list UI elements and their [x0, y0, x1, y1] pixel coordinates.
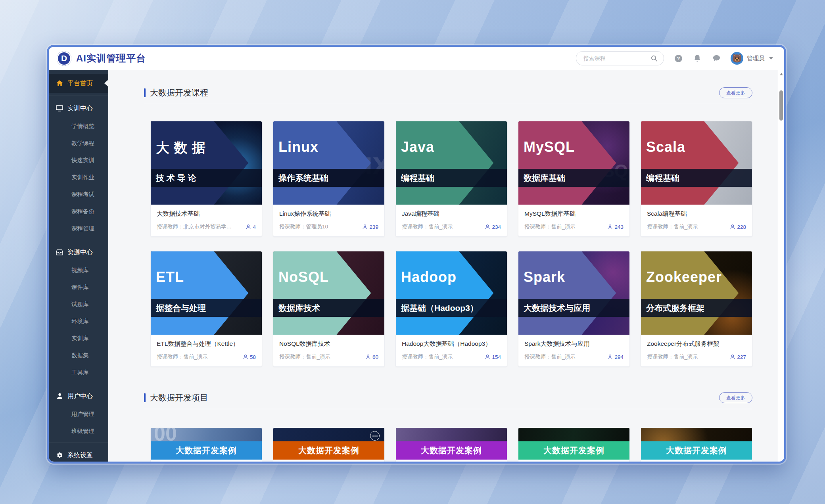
svg-text:?: ? — [677, 56, 680, 61]
course-thumbnail: Hadoop 据基础（Hadoop3） — [396, 251, 507, 335]
student-count: 58 — [243, 354, 256, 360]
arrow-shape — [273, 251, 384, 335]
scrollbar[interactable] — [778, 70, 784, 462]
person-icon — [730, 224, 735, 230]
sidebar-subitem[interactable]: 教学课程 — [49, 135, 108, 152]
student-count: 228 — [730, 224, 746, 230]
project-card[interactable]: 大数据开发案例 — [395, 427, 507, 462]
thumb-subtitle: 据整合与处理 — [151, 299, 262, 317]
project-card[interactable]: 大数据开发案例 — [641, 427, 752, 462]
course-info: 大数据技术基础 授课教师：北京市对外贸易学校教... 4 — [151, 205, 262, 236]
bell-icon[interactable] — [693, 54, 702, 63]
sidebar-subitem[interactable]: 环境库 — [49, 313, 108, 330]
thumb-title: Java — [401, 139, 504, 155]
person-icon — [363, 224, 367, 230]
scrollbar-thumb[interactable] — [779, 90, 783, 121]
thumb-title: Zookeeper — [646, 269, 749, 286]
course-title: MySQL数据库基础 — [524, 210, 624, 218]
thumb-subtitle: 编程基础 — [641, 169, 752, 187]
view-more-button[interactable]: 查看更多 — [719, 392, 752, 403]
sidebar-subitem[interactable]: 数据集 — [49, 347, 108, 364]
project-card[interactable]: 大数据开发案例 — [273, 427, 385, 462]
sidebar-subitem[interactable]: 用户管理 — [49, 406, 108, 423]
sidebar-subitem[interactable]: 实训作业 — [49, 169, 108, 186]
thumb-subtitle: 数据库技术 — [273, 299, 384, 317]
person-icon — [485, 355, 490, 360]
sidebar-subitem[interactable]: 快速实训 — [49, 152, 108, 169]
user-icon — [56, 393, 63, 400]
project-thumbnail: 大数据开发案例 — [273, 428, 384, 462]
course-card[interactable]: NoSQL 数据库技术 NoSQL数据库技术 授课教师：售前_演示 60 — [273, 251, 385, 367]
course-teacher: 授课教师：北京市对外贸易学校教... — [157, 223, 232, 230]
sidebar-subitem[interactable]: 课程管理 — [49, 220, 108, 237]
course-card[interactable]: Spark 大数据技术与应用 Spark大数据技术与应用 授课教师：售前_演示 … — [518, 251, 630, 367]
sidebar-subitem[interactable]: 课程考试 — [49, 186, 108, 203]
course-card[interactable]: Zookeeper 分布式服务框架 Zookeeper分布式服务框架 授课教师：… — [641, 251, 752, 367]
course-card[interactable]: Scala 编程基础 Scala编程基础 授课教师：售前_演示 228 — [641, 121, 752, 237]
course-info: ETL数据整合与处理（Kettle） 授课教师：售前_演示 58 — [151, 335, 262, 366]
sidebar-item-settings[interactable]: 系统设置 — [49, 446, 108, 464]
sidebar-subitem[interactable]: 课程备份 — [49, 203, 108, 220]
thumb-subtitle: 技 术 导 论 — [151, 169, 262, 187]
project-card[interactable]: 大数据开发案例 — [518, 427, 630, 462]
main-content: 大数据开发课程 查看更多 大 数 据 技 术 导 论 大数据技术基础 授课教师：… — [108, 70, 778, 462]
search-icon[interactable] — [649, 54, 659, 63]
course-teacher: 授课教师：售前_演示 — [402, 353, 453, 360]
sidebar-subitem[interactable]: 工具库 — [49, 364, 108, 381]
course-thumbnail: ETL 据整合与处理 — [151, 251, 262, 335]
course-title: ETL数据整合与处理（Kettle） — [157, 340, 256, 348]
course-card[interactable]: Java 编程基础 Java编程基础 授课教师：售前_演示 234 — [395, 121, 507, 237]
sidebar-item-user-center[interactable]: 用户中心 — [49, 387, 108, 406]
search-box[interactable] — [576, 51, 664, 65]
project-banner: 大数据开发案例 — [518, 441, 629, 460]
course-teacher: 授课教师：售前_演示 — [279, 353, 330, 360]
course-card[interactable]: 大 数 据 技 术 导 论 大数据技术基础 授课教师：北京市对外贸易学校教...… — [150, 121, 262, 237]
search-input[interactable] — [583, 55, 649, 62]
project-thumbnail: 00 大数据开发案例 — [151, 428, 262, 462]
project-card[interactable]: 00 大数据开发案例 — [150, 427, 262, 462]
course-title: NoSQL数据库技术 — [279, 340, 378, 348]
thumb-title: Spark — [524, 269, 626, 286]
message-icon[interactable] — [712, 54, 721, 63]
course-teacher: 授课教师：售前_演示 — [157, 353, 208, 360]
sidebar-subitem[interactable]: 学情概览 — [49, 118, 108, 135]
course-title: Zookeeper分布式服务框架 — [647, 340, 746, 348]
view-more-button[interactable]: 查看更多 — [719, 87, 752, 98]
person-icon — [608, 355, 612, 360]
sidebar-subitem[interactable]: 实训库 — [49, 330, 108, 347]
sidebar-subitem[interactable]: 班级管理 — [49, 423, 108, 440]
course-thumbnail: inux Linux 操作系统基础 — [273, 121, 384, 205]
sidebar-item-training-center[interactable]: 实训中心 — [49, 99, 108, 118]
course-teacher: 授课教师：售前_演示 — [647, 353, 698, 360]
thumb-title: MySQL — [524, 139, 626, 155]
thumb-title: Hadoop — [401, 269, 504, 286]
course-thumbnail: Spark 大数据技术与应用 — [518, 251, 629, 335]
course-thumbnail: NoSQL 数据库技术 — [273, 251, 384, 335]
project-banner: 大数据开发案例 — [396, 441, 507, 460]
course-title: 大数据技术基础 — [157, 210, 256, 218]
scroll-up-arrow-icon[interactable] — [780, 73, 783, 75]
user-menu[interactable]: 🐻 管理员 — [731, 52, 773, 65]
help-icon[interactable]: ? — [673, 54, 683, 63]
sidebar-subitem[interactable]: 课件库 — [49, 279, 108, 296]
course-info: Scala编程基础 授课教师：售前_演示 228 — [641, 205, 752, 236]
avatar[interactable]: 🐻 — [731, 52, 743, 65]
course-card[interactable]: inux Linux 操作系统基础 Linux操作系统基础 授课教师：管理员10… — [273, 121, 385, 237]
course-teacher: 授课教师：售前_演示 — [524, 353, 576, 360]
arrow-shape — [641, 251, 752, 335]
divider — [49, 443, 108, 443]
sidebar-subitem[interactable]: 视频库 — [49, 262, 108, 279]
student-count: 243 — [608, 224, 624, 230]
course-card[interactable]: MySQ MySQL 数据库基础 MySQL数据库基础 授课教师：售前_演示 2… — [518, 121, 630, 237]
course-teacher: 授课教师：售前_演示 — [402, 223, 453, 230]
course-card[interactable]: Hadoop 据基础（Hadoop3） Hadoop大数据基础（Hadoop3）… — [395, 251, 507, 367]
sidebar-item-home[interactable]: 平台首页 — [49, 74, 108, 93]
inbox-icon — [56, 249, 63, 256]
course-card[interactable]: ETL 据整合与处理 ETL数据整合与处理（Kettle） 授课教师：售前_演示… — [150, 251, 262, 367]
section-title: 大数据开发课程 — [144, 87, 208, 98]
ghost-text: 00 — [154, 428, 177, 445]
course-thumbnail: Java 编程基础 — [396, 121, 507, 205]
sidebar-subitem[interactable]: 试题库 — [49, 296, 108, 313]
sidebar-item-label: 平台首页 — [67, 79, 93, 88]
sidebar-item-resource-center[interactable]: 资源中心 — [49, 243, 108, 262]
